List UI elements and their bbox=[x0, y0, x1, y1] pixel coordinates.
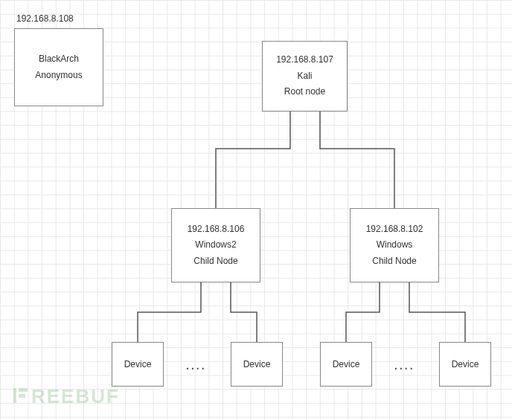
svg-rect-1 bbox=[19, 388, 28, 392]
node-name: BlackArch bbox=[39, 51, 79, 68]
node-role: Root node bbox=[284, 84, 325, 100]
node-role: Child Node bbox=[193, 253, 237, 270]
device-label: Device bbox=[243, 359, 271, 369]
node-device-2: Device bbox=[231, 342, 283, 387]
node-blackarch: 192.168.8.108 BlackArch Anonymous bbox=[14, 28, 103, 106]
node-name: Windows bbox=[377, 237, 413, 253]
ellipsis-left: .... bbox=[186, 360, 207, 372]
node-device-4: Device bbox=[439, 342, 491, 387]
node-device-1: Device bbox=[112, 342, 164, 387]
device-label: Device bbox=[124, 359, 152, 369]
device-label: Device bbox=[333, 359, 360, 369]
ellipsis-right: .... bbox=[394, 360, 415, 372]
node-ip: 192.168.8.102 bbox=[366, 222, 423, 238]
watermark: REEBUF bbox=[13, 385, 120, 410]
node-device-3: Device bbox=[320, 342, 372, 387]
node-role: Child Node bbox=[372, 253, 416, 270]
node-role: Anonymous bbox=[35, 68, 82, 84]
node-root: 192.168.8.107 Kali Root node bbox=[262, 41, 348, 112]
watermark-text: REEBUF bbox=[31, 385, 120, 407]
node-ip: 192.168.8.107 bbox=[276, 52, 333, 68]
device-label: Device bbox=[452, 359, 479, 369]
node-child-right: 192.168.8.102 Windows Child Node bbox=[350, 208, 439, 282]
node-child-left: 192.168.8.106 Windows2 Child Node bbox=[171, 208, 260, 282]
node-ip: 192.168.8.108 bbox=[15, 11, 103, 28]
node-name: Windows2 bbox=[195, 237, 236, 253]
svg-rect-0 bbox=[13, 388, 16, 403]
svg-rect-2 bbox=[19, 394, 25, 398]
node-name: Kali bbox=[297, 68, 312, 85]
node-ip: 192.168.8.106 bbox=[188, 222, 245, 238]
